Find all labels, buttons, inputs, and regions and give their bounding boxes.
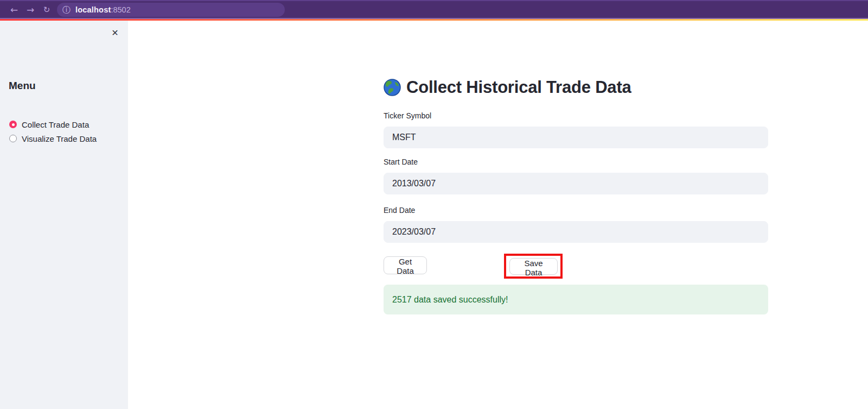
- url-port: :8502: [111, 5, 130, 14]
- radio-option-label: Visualize Trade Data: [22, 134, 97, 143]
- sidebar-menu-title: Menu: [9, 80, 36, 92]
- get-data-button[interactable]: Get Data: [384, 256, 427, 274]
- success-alert: 2517 data saved successfully!: [384, 285, 768, 314]
- start-date-input[interactable]: [384, 173, 768, 194]
- success-message: 2517 data saved successfully!: [392, 295, 508, 305]
- ticker-symbol-input[interactable]: [384, 127, 768, 148]
- address-bar[interactable]: ⓘ localhost :8502: [57, 3, 285, 17]
- globe-icon: [384, 79, 401, 96]
- save-data-button[interactable]: Save Data: [509, 258, 558, 275]
- radio-option-collect-trade-data[interactable]: Collect Trade Data: [9, 119, 97, 130]
- main-content: Collect Historical Trade Data Ticker Sym…: [128, 21, 868, 409]
- browser-toolbar: ← → ↻ ⓘ localhost :8502: [0, 0, 868, 18]
- url-host: localhost: [75, 5, 111, 14]
- close-sidebar-icon[interactable]: ✕: [110, 28, 120, 39]
- page-radio-group: Collect Trade Data Visualize Trade Data: [9, 119, 97, 147]
- radio-option-label: Collect Trade Data: [22, 120, 89, 129]
- radio-unselected-icon[interactable]: [9, 135, 17, 142]
- end-date-label: End Date: [384, 206, 415, 215]
- radio-option-visualize-trade-data[interactable]: Visualize Trade Data: [9, 133, 97, 144]
- reload-icon[interactable]: ↻: [40, 3, 53, 16]
- end-date-input[interactable]: [384, 221, 768, 243]
- page-title: Collect Historical Trade Data: [384, 78, 631, 97]
- ticker-symbol-label: Ticker Symbol: [384, 111, 431, 120]
- page-title-text: Collect Historical Trade Data: [406, 78, 631, 97]
- radio-selected-icon[interactable]: [9, 121, 17, 128]
- back-icon[interactable]: ←: [8, 3, 21, 16]
- start-date-label: Start Date: [384, 158, 418, 166]
- forward-icon[interactable]: →: [24, 3, 37, 16]
- site-info-icon[interactable]: ⓘ: [62, 3, 71, 17]
- sidebar: ✕ Menu Collect Trade Data Visualize Trad…: [0, 21, 128, 409]
